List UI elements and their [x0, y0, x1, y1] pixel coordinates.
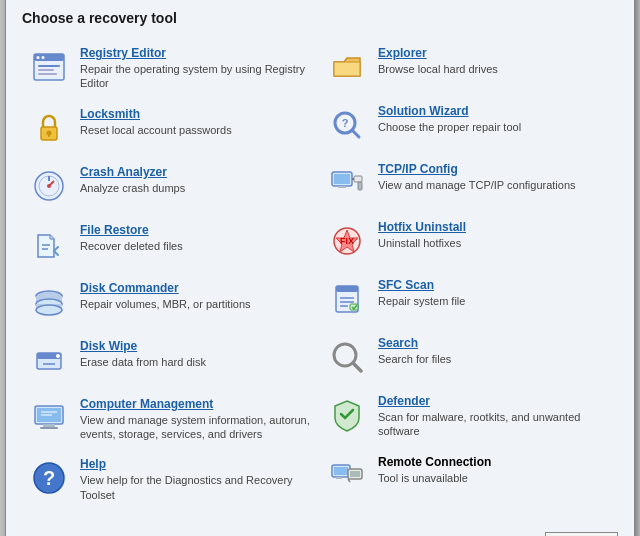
explorer-icon [326, 46, 368, 88]
svg-rect-28 [43, 424, 55, 427]
locksmith-desc: Reset local account passwords [80, 123, 314, 137]
tool-locksmith[interactable]: Locksmith Reset local account passwords [22, 99, 320, 157]
solution-wizard-text: Solution Wizard Choose the proper repair… [378, 104, 612, 134]
file-restore-name[interactable]: File Restore [80, 223, 314, 237]
disk-commander-name[interactable]: Disk Commander [80, 281, 314, 295]
tool-registry-editor[interactable]: Registry Editor Repair the operating sys… [22, 38, 320, 99]
hotfix-uninstall-name[interactable]: Hotfix Uninstall [378, 220, 612, 234]
tool-crash-analyzer[interactable]: Crash Analyzer Analyze crash dumps [22, 157, 320, 215]
tcpip-config-icon [326, 162, 368, 204]
disk-wipe-text: Disk Wipe Erase data from hard disk [80, 339, 314, 369]
tool-file-restore[interactable]: File Restore Recover deleted files [22, 215, 320, 273]
tool-remote-connection[interactable]: Remote Connection Tool is unavailable [320, 447, 618, 505]
svg-point-24 [56, 354, 60, 358]
defender-desc: Scan for malware, rootkits, and unwanted… [378, 410, 612, 439]
svg-rect-46 [336, 286, 358, 292]
hotfix-uninstall-desc: Uninstall hotfixes [378, 236, 612, 250]
close-button[interactable]: Close [545, 532, 618, 536]
disk-wipe-icon [28, 339, 70, 381]
crash-analyzer-name[interactable]: Crash Analyzer [80, 165, 314, 179]
disk-wipe-desc: Erase data from hard disk [80, 355, 314, 369]
tool-hotfix-uninstall[interactable]: FIX Hotfix Uninstall Uninstall hotfixes [320, 212, 618, 270]
tcpip-config-desc: View and manage TCP/IP configurations [378, 178, 612, 192]
tool-defender[interactable]: Defender Scan for malware, rootkits, and… [320, 386, 618, 447]
defender-icon [326, 394, 368, 436]
content-area: Choose a recovery tool [6, 0, 634, 524]
tool-computer-management[interactable]: Computer Management View and manage syst… [22, 389, 320, 450]
search-desc: Search for files [378, 352, 612, 366]
disk-commander-icon [28, 281, 70, 323]
solution-wizard-desc: Choose the proper repair tool [378, 120, 612, 134]
tool-disk-wipe[interactable]: Disk Wipe Erase data from hard disk [22, 331, 320, 389]
locksmith-text: Locksmith Reset local account passwords [80, 107, 314, 137]
svg-point-14 [47, 184, 51, 188]
tool-search[interactable]: Search Search for files [320, 328, 618, 386]
svg-rect-55 [336, 477, 342, 479]
file-restore-text: File Restore Recover deleted files [80, 223, 314, 253]
svg-point-3 [42, 56, 45, 59]
tool-help[interactable]: ? Help View help for the Diagnostics and… [22, 449, 320, 510]
crash-analyzer-text: Crash Analyzer Analyze crash dumps [80, 165, 314, 195]
svg-rect-42 [358, 182, 362, 190]
remote-connection-icon [326, 455, 368, 497]
svg-rect-38 [334, 174, 350, 184]
search-name[interactable]: Search [378, 336, 612, 350]
footer: Close [6, 524, 634, 536]
disk-wipe-name[interactable]: Disk Wipe [80, 339, 314, 353]
solution-wizard-icon: ? [326, 104, 368, 146]
svg-rect-40 [354, 176, 362, 182]
left-column: Registry Editor Repair the operating sys… [22, 38, 320, 510]
svg-text:?: ? [342, 117, 349, 129]
tcpip-config-text: TCP/IP Config View and manage TCP/IP con… [378, 162, 612, 192]
computer-management-name[interactable]: Computer Management [80, 397, 314, 411]
tool-explorer[interactable]: Explorer Browse local hard drives [320, 38, 618, 96]
file-restore-desc: Recover deleted files [80, 239, 314, 253]
sfc-scan-icon [326, 278, 368, 320]
registry-editor-desc: Repair the operating system by using Reg… [80, 62, 314, 91]
hotfix-uninstall-text: Hotfix Uninstall Uninstall hotfixes [378, 220, 612, 250]
locksmith-icon [28, 107, 70, 149]
main-window: 🖥 Diagnostics and Recovery Toolset — □ ✕… [5, 0, 635, 536]
locksmith-name[interactable]: Locksmith [80, 107, 314, 121]
remote-connection-text: Remote Connection Tool is unavailable [378, 455, 612, 485]
registry-editor-name[interactable]: Registry Editor [80, 46, 314, 60]
explorer-name[interactable]: Explorer [378, 46, 612, 60]
svg-rect-29 [40, 427, 58, 429]
svg-rect-39 [338, 186, 346, 188]
defender-text: Defender Scan for malware, rootkits, and… [378, 394, 612, 439]
svg-rect-54 [334, 467, 348, 475]
svg-line-52 [353, 363, 361, 371]
sfc-scan-text: SFC Scan Repair system file [378, 278, 612, 308]
sfc-scan-name[interactable]: SFC Scan [378, 278, 612, 292]
defender-name[interactable]: Defender [378, 394, 612, 408]
explorer-desc: Browse local hard drives [378, 62, 612, 76]
tool-solution-wizard[interactable]: ? Solution Wizard Choose the proper repa… [320, 96, 618, 154]
tool-tcpip-config[interactable]: TCP/IP Config View and manage TCP/IP con… [320, 154, 618, 212]
remote-connection-name[interactable]: Remote Connection [378, 455, 612, 469]
registry-editor-icon [28, 46, 70, 88]
tool-disk-commander[interactable]: Disk Commander Repair volumes, MBR, or p… [22, 273, 320, 331]
svg-point-2 [37, 56, 40, 59]
remote-connection-desc: Tool is unavailable [378, 471, 612, 485]
explorer-text: Explorer Browse local hard drives [378, 46, 612, 76]
disk-commander-desc: Repair volumes, MBR, or partitions [80, 297, 314, 311]
solution-wizard-name[interactable]: Solution Wizard [378, 104, 612, 118]
hotfix-uninstall-icon: FIX [326, 220, 368, 262]
right-column: Explorer Browse local hard drives ? [320, 38, 618, 510]
crash-analyzer-desc: Analyze crash dumps [80, 181, 314, 195]
search-text: Search Search for files [378, 336, 612, 366]
svg-rect-57 [350, 471, 360, 477]
help-text: Help View help for the Diagnostics and R… [80, 457, 314, 502]
help-name[interactable]: Help [80, 457, 314, 471]
tools-grid: Registry Editor Repair the operating sys… [22, 38, 618, 510]
computer-management-icon [28, 397, 70, 439]
svg-rect-6 [38, 73, 57, 75]
svg-rect-4 [38, 65, 60, 67]
svg-line-35 [352, 130, 359, 137]
svg-rect-9 [48, 134, 50, 137]
svg-text:?: ? [43, 467, 55, 489]
sfc-scan-desc: Repair system file [378, 294, 612, 308]
tool-sfc-scan[interactable]: SFC Scan Repair system file [320, 270, 618, 328]
tcpip-config-name[interactable]: TCP/IP Config [378, 162, 612, 176]
svg-rect-5 [38, 69, 54, 71]
